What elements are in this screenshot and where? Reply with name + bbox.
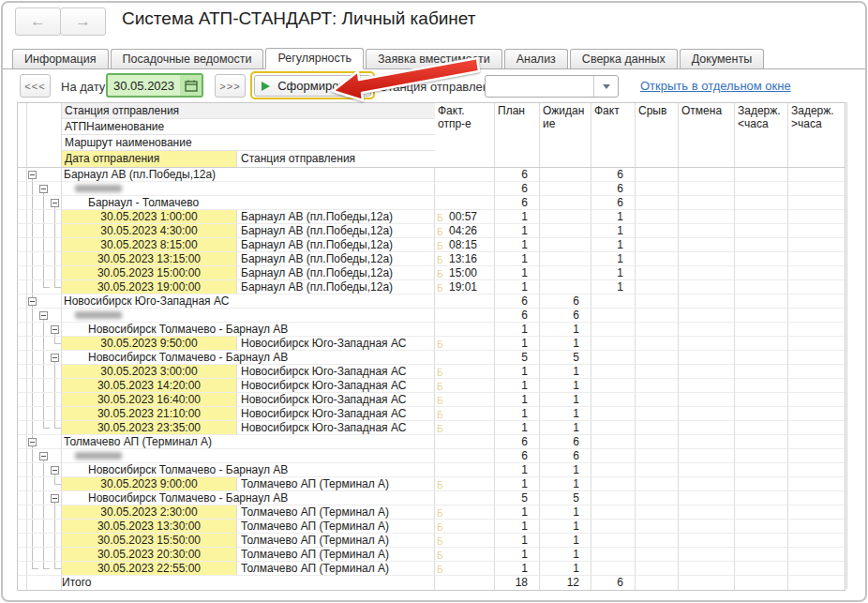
- cell-delay-under-hour: [735, 309, 788, 323]
- back-button[interactable]: ←: [15, 8, 61, 36]
- tree-collapse-button[interactable]: [51, 325, 59, 334]
- tree-cell: [27, 562, 62, 576]
- table-row[interactable]: 30.05.2023 1:00:00Барнаул АВ (пл.Победы,…: [18, 210, 845, 224]
- cell-fact: [591, 323, 636, 337]
- tree-collapse-button[interactable]: [51, 466, 59, 475]
- table-row[interactable]: 30.05.2023 20:30:00Толмачево АП (Термина…: [18, 548, 845, 562]
- table-row[interactable]: Новосибирск Толмачево - Барнаул АВ55: [18, 351, 845, 365]
- tree-collapse-button[interactable]: [39, 452, 48, 460]
- cell-cancel: [679, 238, 735, 252]
- cell-fact: [591, 407, 636, 421]
- tab-4[interactable]: Анализ: [504, 49, 568, 68]
- row-gutter-cell: [18, 407, 27, 421]
- tree-collapse-button[interactable]: [28, 171, 37, 179]
- table-row[interactable]: 30.05.2023 13:15:00Барнаул АВ (пл.Победы…: [18, 252, 845, 266]
- date-input[interactable]: [108, 75, 180, 96]
- tab-2[interactable]: Регулярность: [265, 48, 364, 69]
- table-row[interactable]: 30.05.2023 9:50:00Новосибирск Юго-Западн…: [18, 337, 845, 351]
- tree-cell: [27, 534, 62, 548]
- cell-departure-station: Барнаул АВ (пл.Победы,12а): [237, 280, 435, 294]
- table-row[interactable]: 30.05.2023 15:50:00Толмачево АП (Термина…: [18, 534, 845, 548]
- table-row[interactable]: 30.05.2023 22:55:00Толмачево АП (Термина…: [18, 562, 845, 576]
- tree-line: [32, 477, 33, 491]
- tree-line: [43, 477, 44, 491]
- tree-collapse-button[interactable]: [28, 297, 37, 306]
- cell-failure: [636, 548, 679, 562]
- table-row[interactable]: 30.05.2023 4:30:00Барнаул АВ (пл.Победы,…: [18, 224, 845, 238]
- tree-cell: [27, 309, 62, 323]
- open-in-window-link[interactable]: Открыть в отдельном окне: [640, 79, 791, 93]
- forward-button[interactable]: →: [60, 8, 106, 36]
- cell-delay-over-hour: [788, 196, 845, 210]
- tab-0[interactable]: Информация: [12, 49, 109, 68]
- tree-collapse-button[interactable]: [51, 494, 59, 503]
- cell-fact: [591, 491, 636, 505]
- tab-5[interactable]: Сверка данных: [570, 49, 678, 68]
- back-arrow-icon: ←: [30, 12, 46, 31]
- tree-line: [54, 520, 55, 534]
- tree-collapse-button[interactable]: [39, 185, 48, 193]
- dropdown-button[interactable]: [593, 76, 618, 97]
- table-row[interactable]: Новосибирск Толмачево - Барнаул АВ11: [18, 323, 845, 337]
- tree-collapse-button[interactable]: [39, 311, 48, 320]
- tab-3[interactable]: Заявка вместимости: [366, 49, 502, 68]
- table-row[interactable]: 30.05.2023 3:00:00Новосибирск Юго-Западн…: [18, 365, 845, 379]
- table-row[interactable]: 30.05.2023 14:20:00Новосибирск Юго-Запад…: [18, 379, 845, 393]
- table-row[interactable]: 30.05.2023 9:00:00Толмачево АП (Терминал…: [18, 477, 845, 491]
- cell-waiting: 1: [540, 407, 591, 421]
- table-row[interactable]: 30.05.2023 21:10:00Новосибирск Юго-Запад…: [18, 407, 845, 421]
- table-row[interactable]: Барнаул - Толмачево66: [18, 196, 845, 210]
- cell-fact-departure: [435, 196, 495, 210]
- pane-splitter[interactable]: [846, 102, 847, 589]
- cell-delay-over-hour: [788, 393, 845, 407]
- table-row[interactable]: Толмачево АП (Терминал А)66: [18, 435, 845, 449]
- tab-1[interactable]: Посадочные ведомости: [111, 49, 264, 68]
- cell-fact: [591, 337, 636, 351]
- tree-collapse-button[interactable]: [51, 199, 59, 207]
- station-filter-input[interactable]: [486, 76, 593, 97]
- table-row[interactable]: 30.05.2023 2:30:00Толмачево АП (Терминал…: [18, 505, 845, 520]
- prev-day-button[interactable]: <<<: [20, 74, 51, 98]
- table-row[interactable]: 30.05.2023 15:00:00Барнаул АВ (пл.Победы…: [18, 266, 845, 280]
- cell-plan: 1: [495, 337, 540, 351]
- cell-group-label: Новосибирск Толмачево - Барнаул АВ: [62, 323, 435, 337]
- tab-6[interactable]: Документы: [680, 49, 764, 68]
- next-day-button[interactable]: >>>: [215, 74, 246, 98]
- table-row[interactable]: 66: [18, 182, 845, 196]
- table-row[interactable]: Итого18126: [18, 576, 845, 590]
- cell-delay-over-hour: [788, 252, 845, 266]
- tree-collapse-button[interactable]: [51, 354, 59, 362]
- cell-delay-under-hour: [735, 421, 788, 435]
- cell-delay-under-hour: [735, 449, 788, 463]
- tree-cell: [27, 323, 62, 337]
- row-gutter-cell: [18, 238, 27, 252]
- table-row[interactable]: 30.05.2023 23:35:00Новосибирск Юго-Запад…: [18, 421, 845, 435]
- table-row[interactable]: Новосибирск Толмачево - Барнаул АВ11: [18, 463, 845, 477]
- cell-cancel: [679, 294, 735, 309]
- header-gutter: [18, 103, 27, 167]
- table-row[interactable]: 30.05.2023 13:30:00Толмачево АП (Термина…: [18, 520, 845, 534]
- tree-cell: [27, 421, 62, 435]
- tree-cell: [27, 351, 62, 365]
- generate-button[interactable]: Сформировать: [254, 75, 371, 97]
- cell-waiting: 1: [540, 323, 591, 337]
- tree-collapse-button[interactable]: [28, 438, 37, 446]
- table-row[interactable]: Новосибирск Юго-Западная АС66: [18, 294, 845, 309]
- tree-hook: [54, 568, 61, 569]
- tree-line: [32, 337, 33, 351]
- tree-cell: [27, 365, 62, 379]
- cell-failure: [636, 309, 679, 323]
- route-badge-icon: Б: [437, 268, 443, 280]
- cell-failure: [636, 435, 679, 449]
- tree-cell: [27, 210, 62, 224]
- table-row[interactable]: Новосибирск Толмачево - Барнаул АВ55: [18, 491, 845, 505]
- table-row[interactable]: 30.05.2023 19:00:00Барнаул АВ (пл.Победы…: [18, 280, 845, 294]
- cell-waiting: 5: [540, 351, 591, 365]
- calendar-button[interactable]: [180, 75, 202, 96]
- cell-fact-departure: Б: [435, 520, 495, 534]
- table-row[interactable]: 66: [18, 449, 845, 463]
- table-row[interactable]: 66: [18, 309, 845, 323]
- table-row[interactable]: Барнаул АВ (пл.Победы,12а)66: [18, 168, 845, 182]
- table-row[interactable]: 30.05.2023 16:40:00Новосибирск Юго-Запад…: [18, 393, 845, 407]
- table-row[interactable]: 30.05.2023 8:15:00Барнаул АВ (пл.Победы,…: [18, 238, 845, 252]
